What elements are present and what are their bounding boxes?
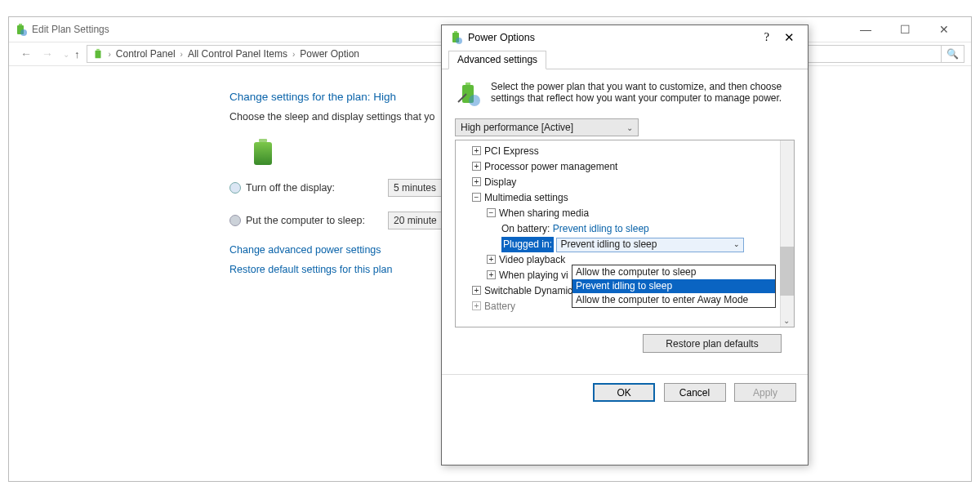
collapse-icon[interactable]: − [487, 208, 496, 217]
svg-rect-1 [19, 24, 22, 25]
expand-icon[interactable]: + [472, 146, 481, 155]
battery-icon [92, 48, 104, 60]
window-title: Edit Plan Settings [32, 24, 109, 35]
minimize-button[interactable]: — [853, 21, 878, 38]
settings-tree[interactable]: ⌄ +PCI Express +Processor power manageme… [455, 140, 795, 327]
svg-rect-4 [96, 49, 100, 51]
scrollbar-thumb[interactable] [780, 247, 794, 296]
svg-rect-3 [95, 51, 100, 59]
restore-defaults-button[interactable]: Restore plan defaults [643, 334, 782, 353]
chevron-right-icon[interactable]: › [291, 50, 296, 59]
dialog-titlebar: Power Options ? ✕ [442, 25, 808, 50]
on-battery-label: On battery: [501, 223, 550, 234]
svg-point-10 [469, 95, 480, 106]
svg-rect-6 [454, 31, 457, 33]
tree-node-processor[interactable]: +Processor power management [457, 159, 792, 175]
tree-node-display[interactable]: +Display [457, 175, 792, 190]
tree-node-on-battery[interactable]: On battery: Prevent idling to sleep [457, 221, 792, 237]
up-button[interactable]: ↑ [74, 48, 87, 60]
tree-node-sharing-media[interactable]: −When sharing media [457, 206, 792, 221]
power-icon [448, 30, 463, 45]
svg-rect-9 [466, 82, 470, 85]
battery-icon [14, 23, 27, 36]
plugged-in-select[interactable]: Prevent idling to sleep⌄ [556, 238, 744, 252]
tab-advanced-settings[interactable]: Advanced settings [448, 51, 546, 69]
dialog-title: Power Options [468, 32, 535, 43]
back-button[interactable]: ← [16, 47, 37, 60]
power-options-dialog: Power Options ? ✕ Advanced settings Sele… [441, 24, 808, 466]
search-icon: 🔍 [947, 48, 959, 60]
help-button[interactable]: ? [756, 31, 777, 44]
forward-button[interactable]: → [37, 47, 58, 60]
tab-strip: Advanced settings [442, 50, 808, 69]
plugged-in-dropdown-list[interactable]: Allow the computer to sleep Prevent idli… [572, 265, 776, 308]
cancel-button[interactable]: Cancel [664, 383, 726, 402]
expand-icon[interactable]: + [472, 177, 481, 186]
chevron-right-icon[interactable]: › [107, 50, 113, 59]
tree-node-pci-express[interactable]: +PCI Express [457, 144, 792, 159]
close-button[interactable]: ✕ [777, 30, 801, 45]
breadcrumb-item[interactable]: All Control Panel Items [188, 48, 287, 60]
expand-icon[interactable]: + [472, 286, 481, 295]
battery-icon [254, 142, 272, 165]
breadcrumb-item[interactable]: Control Panel [116, 48, 176, 60]
dropdown-option[interactable]: Allow the computer to enter Away Mode [572, 293, 775, 307]
apply-button[interactable]: Apply [734, 383, 796, 402]
tree-node-multimedia[interactable]: −Multimedia settings [457, 190, 792, 206]
svg-point-7 [456, 38, 462, 44]
expand-icon[interactable]: + [472, 162, 481, 171]
close-button[interactable]: ✕ [932, 21, 956, 38]
expand-icon[interactable]: + [472, 301, 481, 310]
power-plan-icon [455, 81, 483, 109]
chevron-right-icon[interactable]: › [179, 50, 185, 59]
display-off-label: Turn off the display: [246, 182, 335, 194]
chevron-down-icon[interactable]: ⌄ [783, 316, 790, 325]
chevron-down-icon: ⌄ [733, 237, 740, 252]
expand-icon[interactable]: + [487, 255, 496, 264]
power-plan-select[interactable]: High performance [Active]⌄ [455, 118, 639, 136]
tree-node-plugged-in[interactable]: Plugged in: Prevent idling to sleep⌄ [457, 237, 792, 252]
dropdown-option-selected[interactable]: Prevent idling to sleep [572, 279, 775, 293]
sleep-icon [229, 215, 241, 226]
display-icon [229, 182, 241, 194]
svg-point-2 [20, 29, 27, 36]
computer-sleep-label: Put the computer to sleep: [246, 215, 365, 226]
maximize-button[interactable]: ☐ [893, 21, 917, 38]
plugged-in-label: Plugged in: [501, 237, 554, 252]
collapse-icon[interactable]: − [472, 193, 481, 202]
ok-button[interactable]: OK [593, 383, 655, 402]
chevron-down-icon: ⌄ [626, 123, 633, 132]
dialog-description: Select the power plan that you want to c… [491, 81, 795, 109]
recent-dropdown-icon[interactable]: ⌄ [58, 50, 74, 59]
expand-icon[interactable]: + [487, 270, 496, 279]
breadcrumb-item[interactable]: Power Option [300, 48, 359, 60]
search-button[interactable]: 🔍 [942, 45, 964, 63]
on-battery-value[interactable]: Prevent idling to sleep [553, 223, 649, 234]
dropdown-option[interactable]: Allow the computer to sleep [572, 265, 775, 279]
